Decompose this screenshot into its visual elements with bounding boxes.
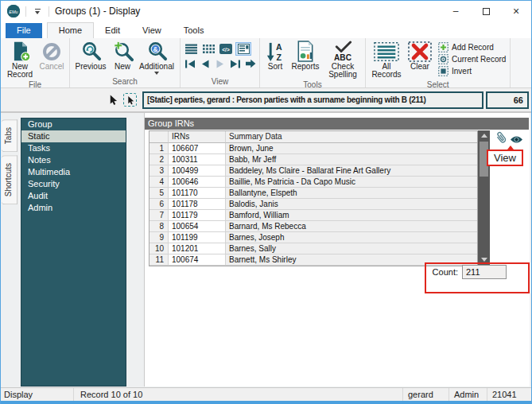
previous-search-icon: [80, 41, 102, 62]
table-row[interactable]: 7101179Bamford, William: [150, 210, 477, 221]
tab-home[interactable]: Home: [47, 22, 94, 38]
check-spelling-button[interactable]: ABC Check Spelling: [323, 40, 363, 80]
tab-shortcuts[interactable]: Shortcuts: [2, 155, 17, 204]
next-record-button[interactable]: [213, 58, 227, 69]
next-record-icon: [216, 60, 225, 68]
table-row[interactable]: 5101170Ballantyne, Elspeth: [150, 188, 477, 199]
table-row[interactable]: 8100654Barnard, Ms Rebecca: [150, 221, 477, 232]
all-records-button[interactable]: All Records: [368, 40, 405, 80]
tab-edit[interactable]: Edit: [94, 23, 131, 38]
sidebar-item-audit[interactable]: Audit: [21, 190, 126, 202]
sidebar-item-tasks[interactable]: Tasks: [21, 142, 126, 154]
invert-selection-button[interactable]: Invert: [438, 66, 506, 76]
previous-record-button[interactable]: [198, 58, 212, 69]
xml-view-button[interactable]: </>: [218, 42, 234, 56]
table-row[interactable]: 3100499Baddeley, Ms Claire - Ballarat Fi…: [150, 165, 477, 177]
status-session-id: 21041: [487, 388, 531, 401]
previous-search-button[interactable]: Previous: [72, 40, 109, 72]
sidebar-item-group[interactable]: Group: [21, 118, 126, 130]
chevron-down-icon: [154, 72, 159, 75]
sidebar-item-multimedia[interactable]: Multimedia: [21, 166, 126, 178]
cancel-button[interactable]: Cancel: [37, 40, 67, 72]
quick-access-toolbar-dropdown[interactable]: [32, 9, 43, 14]
status-group: Admin: [449, 388, 487, 401]
svg-text:A: A: [276, 42, 282, 52]
new-search-button[interactable]: New: [109, 40, 136, 72]
check-spelling-icon: ABC: [332, 41, 354, 62]
table-row[interactable]: 2100311Babb, Mr Jeff: [150, 154, 477, 165]
status-bar: Display Record 10 of 10 gerard Admin 210…: [1, 387, 531, 401]
check-spelling-label: Check Spelling: [324, 63, 361, 79]
first-record-button[interactable]: [183, 58, 196, 69]
scroll-down-button[interactable]: [478, 254, 490, 265]
group-name-view: View: [183, 76, 257, 87]
tab-file[interactable]: File: [6, 23, 42, 38]
row-irn: 100646: [169, 177, 226, 188]
current-record-button[interactable]: Current Record: [438, 54, 506, 64]
table-row[interactable]: 9101199Barnes, Joseph: [150, 232, 477, 243]
sidebar-item-security[interactable]: Security: [21, 178, 126, 190]
goto-record-icon: [245, 59, 256, 68]
minimize-button[interactable]: –: [441, 1, 471, 21]
sidebar-item-static[interactable]: Static: [21, 130, 126, 142]
new-record-button[interactable]: New Record: [3, 40, 37, 80]
reports-button[interactable]: Reports: [288, 40, 323, 72]
column-summary-data[interactable]: Summary Data: [226, 131, 477, 143]
table-row[interactable]: 6101178Balodis, Janis: [150, 199, 477, 210]
emu-logo-icon[interactable]: EMu: [7, 5, 20, 17]
tab-view[interactable]: View: [131, 23, 173, 38]
clear-selection-icon: [408, 41, 432, 62]
clear-selection-button[interactable]: Clear: [405, 40, 435, 72]
status-user: gerard: [402, 388, 449, 401]
row-irn: 100674: [169, 254, 226, 266]
attach-button[interactable]: [495, 130, 507, 148]
column-irns[interactable]: IRNs: [169, 131, 226, 143]
list-view-button[interactable]: [183, 42, 199, 56]
table-row[interactable]: 1106607Brown, June: [150, 143, 477, 154]
sidebar-item-admin[interactable]: Admin: [21, 202, 126, 214]
all-records-icon: [374, 41, 399, 62]
ribbon-group-select: All Records Clear Add Record Current: [366, 38, 511, 87]
scroll-up-button[interactable]: [478, 130, 490, 141]
paperclip-icon: [495, 130, 507, 145]
side-tab-strip: Tabs Shortcuts: [2, 119, 19, 204]
last-record-button[interactable]: [228, 58, 242, 69]
table-row[interactable]: 4100646Baillie, Ms Patricia - Da Capo Mu…: [150, 177, 477, 188]
window-border: [1, 401, 531, 404]
sort-button[interactable]: AZ Sort: [262, 40, 288, 72]
all-records-label: All Records: [370, 63, 403, 79]
list-view-icon: [185, 44, 197, 54]
chevron-down-icon: [35, 11, 40, 14]
tab-tools[interactable]: Tools: [173, 23, 216, 38]
sidebar-item-notes[interactable]: Notes: [21, 154, 126, 166]
pointer-tools: [1, 93, 142, 107]
row-summary: Barnes, Joseph: [226, 232, 477, 243]
row-irn: 106607: [169, 143, 226, 154]
contact-sheet-view-button[interactable]: [200, 42, 216, 56]
table-row[interactable]: 10101201Barnes, Sally: [150, 243, 477, 254]
row-irn: 100311: [169, 154, 226, 165]
view-annotation-label: View: [487, 150, 523, 166]
count-value-field[interactable]: 211: [462, 265, 507, 279]
select-cursor-icon[interactable]: [123, 93, 137, 107]
row-summary: Baddeley, Ms Claire - Ballarat Fine Art …: [226, 165, 477, 177]
close-button[interactable]: ×: [501, 1, 531, 21]
table-row[interactable]: 11100674Barnett, Ms Shirley: [150, 254, 477, 266]
column-rownum[interactable]: [150, 131, 169, 143]
details-view-button[interactable]: [235, 42, 251, 56]
row-summary: Baillie, Ms Patricia - Da Capo Music: [226, 177, 477, 188]
row-number: 5: [150, 188, 169, 199]
group-irns-header: Group IRNs: [145, 118, 529, 130]
maximize-button[interactable]: [471, 1, 501, 21]
group-identification: [Static] eparties, gerard : Person parti…: [142, 91, 483, 109]
cursor-icon[interactable]: [108, 94, 118, 106]
details-view-icon: [238, 44, 250, 54]
svg-text:EMu: EMu: [9, 10, 17, 14]
additional-search-button[interactable]: & Additional: [136, 40, 177, 76]
goto-record-button[interactable]: [243, 58, 257, 69]
tab-tabs[interactable]: Tabs: [2, 119, 17, 152]
scroll-up-icon: [481, 134, 487, 138]
add-record-button[interactable]: Add Record: [438, 42, 506, 52]
row-number: 4: [150, 177, 169, 188]
cancel-label: Cancel: [39, 63, 64, 71]
